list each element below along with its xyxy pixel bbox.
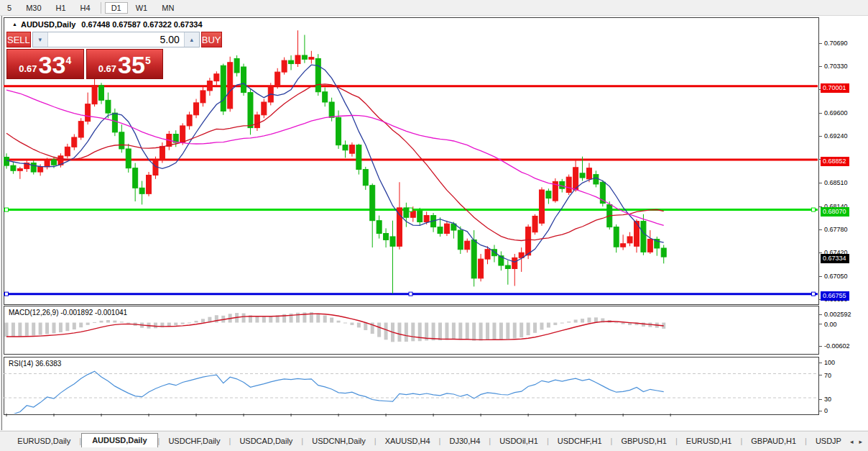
price-badge-0.66755: 0.66755 [821,291,849,301]
price-badge-0.68852: 0.68852 [821,157,849,166]
macd-tick-0.00: 0.00 [819,321,837,328]
price-tick-0.70330: 0.70330 [819,63,848,70]
volume-stepper: ▾ ▴ [32,32,200,47]
buy-price-box[interactable]: 0.67 35 5 [86,49,164,79]
chart-tab-gbpaud-h1[interactable]: GBPAUD,H1 [742,434,805,448]
macd-label: MACD(12,26,9) -0.001892 -0.001041 [9,309,127,316]
price-badge-0.68070: 0.68070 [821,207,849,217]
sell-price-big: 33 [39,53,66,76]
sell-button[interactable]: SELL [6,32,31,47]
price-tick-0.67780: 0.67780 [819,226,848,233]
timeframe-button-h1[interactable]: H1 [50,2,73,14]
timeframe-button-w1[interactable]: W1 [129,2,154,14]
rsi-label: RSI(14) 36.6383 [9,360,61,368]
timeframe-button-m30[interactable]: M30 [19,2,47,14]
chart-symbol-label: AUDUSD,Daily [21,20,75,29]
chart-tab-usdjp[interactable]: USDJP [807,434,850,448]
chart-tab-eurusd-h1[interactable]: EURUSD,H1 [678,434,741,448]
timeframe-button-h4[interactable]: H4 [74,2,97,14]
chart-tab-bar: EURUSD,Daily|AUDUSD,Daily|USDCHF,Daily|U… [0,431,868,448]
rsi-tick-100: 100 [819,359,835,366]
chart-tab-gbpusd-h1[interactable]: GBPUSD,H1 [612,434,675,448]
rsi-name: RSI(14) [9,360,33,368]
chart-title: ▲AUDUSD,Daily0.67448 0.67587 0.67322 0.6… [12,20,203,29]
rsi-tick-30: 30 [819,396,831,403]
timeframe-button-d1[interactable]: D1 [105,2,128,14]
timeframe-button-5[interactable]: 5 [1,2,18,14]
chart-tab-xauusd-h4[interactable]: XAUUSD,H4 [377,434,439,448]
chart-tab-usdchf-daily[interactable]: USDCHF,Daily [160,434,228,448]
sell-price-pip: 4 [65,55,71,66]
bottom-strip [0,447,868,451]
rsi-tick-70: 70 [819,372,831,379]
chart-ohlc-values: 0.67448 0.67587 0.67322 0.67334 [81,20,202,29]
tab-scroll-left-icon[interactable]: ◂ [850,438,854,445]
price-tick-0.70690: 0.70690 [819,40,848,47]
sell-price-prefix: 0.67 [19,62,37,76]
macd-value-signal: -0.001041 [95,309,127,316]
volume-decrease-button[interactable]: ▾ [33,32,48,47]
sell-price-box[interactable]: 0.67 33 4 [6,49,84,79]
buy-price-big: 35 [118,53,145,76]
tab-scroll-right-icon[interactable]: ▸ [859,438,862,445]
macd-pane: MACD(12,26,9) -0.001892 -0.001041 [4,306,819,355]
buy-price-prefix: 0.67 [98,62,116,76]
chart-tab-audusd-daily[interactable]: AUDUSD,Daily [81,433,157,448]
buy-price-pip: 5 [145,55,151,66]
price-tick-0.69600: 0.69600 [819,109,848,117]
toolbar-separator [101,2,101,14]
chart-window: MACD(12,26,9) -0.001892 -0.001041 RSI(14… [1,16,868,430]
rsi-value: 36.6383 [35,360,61,368]
chart-tab-usdcad-daily[interactable]: USDCAD,Daily [231,434,301,448]
chart-tab-eurusd-daily[interactable]: EURUSD,Daily [9,434,79,448]
collapse-triangle-icon[interactable]: ▲ [12,22,17,27]
macd-tick--0.00602: -0.00602 [819,342,850,350]
volume-increase-button[interactable]: ▴ [184,32,199,47]
price-axis: 0.706900.703300.699700.696000.692400.688… [819,16,868,429]
macd-tick-0.002592: 0.002592 [819,311,851,318]
macd-name: MACD(12,26,9) [9,309,58,316]
one-click-trading-panel: SELL ▾ ▴ BUY 0.67 33 4 0.67 35 5 [6,32,163,79]
price-tick-0.67050: 0.67050 [819,273,848,280]
chart-tab-usdchf-h1[interactable]: USDCHF,H1 [549,434,611,448]
timeframe-button-mn[interactable]: MN [155,2,180,14]
buy-button[interactable]: BUY [201,32,222,47]
price-badge-0.67334: 0.67334 [821,254,849,263]
price-tick-0.69240: 0.69240 [819,132,848,140]
chart-tab-dj30-h4[interactable]: DJ30,H4 [440,434,489,448]
chart-tab-usdcnh-daily[interactable]: USDCNH,Daily [303,434,374,448]
rsi-pane: RSI(14) 36.6383 [4,357,819,415]
rsi-tick-0: 0 [819,407,828,414]
chart-tab-usdoil-h1[interactable]: USDOil,H1 [491,434,547,448]
volume-input[interactable] [48,32,184,47]
timeframe-toolbar: 5M30H1H4D1W1MN [0,0,868,16]
macd-value-main: -0.001892 [60,309,93,316]
price-tick-0.68510: 0.68510 [819,179,848,186]
price-badge-0.70001: 0.70001 [821,83,849,93]
tab-scroll-arrows: ◂▸ [850,438,868,448]
